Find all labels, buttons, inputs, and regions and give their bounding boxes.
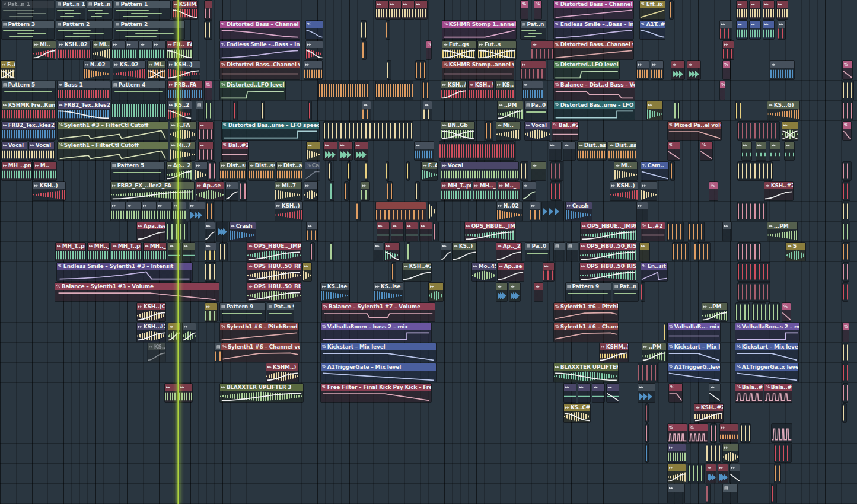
automation-clip[interactable]: %: [688, 423, 708, 443]
audio-clip[interactable]: ▸▸KSH..(C): [136, 302, 166, 322]
automation-clip[interactable]: %: [842, 323, 849, 342]
audio-clip[interactable]: ▸▸: [729, 464, 740, 483]
clip-fragment[interactable]: [641, 282, 645, 302]
audio-clip[interactable]: ▸▸M.._: [498, 181, 520, 201]
pattern-clip[interactable]: ▤Pattern 5: [1, 81, 56, 100]
audio-clip[interactable]: ▸▸F..A: [421, 161, 438, 181]
automation-clip[interactable]: %Cam..: [641, 161, 669, 181]
clip-fragment[interactable]: [209, 161, 216, 181]
audio-clip[interactable]: ▸▸MH.._: [143, 242, 167, 261]
clip-fragment[interactable]: [204, 20, 212, 40]
audio-clip[interactable]: ▸▸Mi..: [614, 161, 638, 181]
clip-fragment[interactable]: [520, 161, 528, 181]
clip-fragment[interactable]: [205, 101, 212, 120]
audio-clip[interactable]: ▸▸F..FA: [170, 121, 197, 141]
audio-clip[interactable]: ▸▸: [530, 202, 540, 221]
pattern-clip[interactable]: ▤Pattern 9: [219, 302, 266, 322]
audio-clip[interactable]: ▸▸: [522, 81, 543, 100]
clip-fragment[interactable]: [752, 302, 766, 322]
audio-clip[interactable]: ▸▸: [770, 60, 795, 80]
audio-clip[interactable]: ▸▸: [415, 0, 428, 20]
clip-fragment[interactable]: [737, 242, 761, 261]
audio-clip[interactable]: ▸▸FRB2_FX_..ller2_FA: [110, 181, 195, 201]
clip-fragment[interactable]: [688, 464, 705, 483]
audio-clip[interactable]: ▸▸Mi..7: [275, 181, 302, 201]
audio-clip[interactable]: ▸▸: [189, 202, 205, 221]
audio-clip[interactable]: ▸▸: [110, 202, 126, 221]
clip-fragment[interactable]: [219, 242, 228, 261]
audio-clip[interactable]: ▸▸MH_..pm_: [1, 161, 32, 181]
audio-clip[interactable]: ▸▸Bass 1: [57, 81, 110, 100]
audio-clip[interactable]: ▸▸Vocal: [28, 141, 55, 161]
automation-clip[interactable]: %: [667, 141, 680, 161]
pattern-clip[interactable]: ▤Pattern 2: [56, 20, 113, 40]
automation-clip[interactable]: %: [722, 60, 731, 80]
clip-fragment[interactable]: [842, 161, 852, 181]
automation-clip[interactable]: %A1TriggerGa..x level #2: [735, 363, 799, 382]
audio-clip[interactable]: ▸▸KSHM..) #2: [599, 343, 629, 362]
clip-fragment[interactable]: [768, 302, 780, 322]
audio-clip[interactable]: ▸▸: [164, 383, 177, 403]
audio-clip[interactable]: ▸▸: [687, 60, 701, 80]
audio-clip[interactable]: ▸▸: [225, 181, 238, 201]
clip-fragment[interactable]: [674, 101, 680, 120]
audio-clip[interactable]: ▸▸: [152, 40, 166, 60]
pattern-clip[interactable]: ▤Pat..n 7: [520, 20, 546, 40]
audio-clip[interactable]: ▸▸Vocal: [524, 121, 550, 141]
audio-clip[interactable]: ▸▸Apa..ise: [136, 222, 166, 241]
audio-clip[interactable]: ▸▸: [354, 141, 368, 161]
automation-clip[interactable]: %Ca..: [305, 161, 320, 181]
audio-clip[interactable]: ▸▸: [563, 141, 576, 161]
clip-fragment[interactable]: [330, 181, 334, 201]
audio-clip[interactable]: ▸▸: [722, 222, 732, 241]
automation-clip[interactable]: %Distorted Bass – Channel pitch: [219, 20, 300, 40]
audio-clip[interactable]: ▸▸: [749, 20, 761, 40]
clip-fragment[interactable]: [550, 161, 563, 181]
audio-clip[interactable]: ▸▸: [125, 40, 139, 60]
audio-clip[interactable]: ▸▸: [509, 282, 521, 302]
audio-clip[interactable]: ▸▸S: [786, 242, 806, 261]
clip-fragment[interactable]: [667, 222, 684, 241]
clip-fragment[interactable]: [308, 101, 312, 120]
automation-clip[interactable]: %Sylenth1 #6 – PitchBend: [553, 302, 619, 322]
clip-fragment[interactable]: [375, 202, 426, 221]
audio-clip[interactable]: ▸▸: [606, 383, 619, 403]
audio-clip[interactable]: ▸▸: [719, 20, 732, 40]
automation-clip[interactable]: %: [667, 423, 687, 443]
audio-clip[interactable]: ▸▸Mo..45: [471, 262, 496, 282]
automation-clip[interactable]: %En..sit: [641, 262, 668, 282]
audio-clip[interactable]: ▸▸: [749, 0, 761, 20]
clip-fragment[interactable]: [365, 161, 368, 181]
audio-clip[interactable]: ▸▸Mi..: [92, 40, 111, 60]
automation-clip[interactable]: %Mixed Pa..el volume: [667, 121, 722, 141]
clip-fragment[interactable]: [842, 242, 850, 261]
audio-clip[interactable]: ▸▸KSH..): [167, 60, 200, 80]
audio-clip[interactable]: ▸▸: [531, 161, 546, 181]
audio-clip[interactable]: ▸▸: [402, 0, 415, 20]
audio-clip[interactable]: ▸▸Dist..ss: [608, 141, 636, 161]
automation-clip[interactable]: %Kickstart – Mix level: [667, 343, 721, 362]
automation-clip[interactable]: %Endless Smile – Sylenth1 #3 – Intensit: [56, 262, 193, 282]
clip-fragment[interactable]: [310, 242, 315, 261]
audio-clip[interactable]: ▸▸Dist..ss: [219, 161, 247, 181]
audio-clip[interactable]: ▸▸KS..): [452, 242, 477, 261]
clip-fragment[interactable]: [422, 81, 429, 100]
audio-clip[interactable]: ▸▸KSH..#2: [402, 262, 432, 282]
audio-clip[interactable]: ▸▸: [534, 282, 543, 302]
audio-clip[interactable]: ▸▸..PM: [642, 343, 667, 362]
audio-clip[interactable]: ▸▸Mi..: [33, 40, 56, 60]
audio-clip[interactable]: ▸▸MH.._: [87, 242, 110, 261]
clip-fragment[interactable]: [645, 444, 649, 463]
automation-clip[interactable]: %Kickstart – Mix level: [320, 343, 437, 362]
audio-clip[interactable]: ▸▸: [304, 60, 323, 80]
clip-fragment[interactable]: [737, 282, 770, 302]
audio-clip[interactable]: ▸▸BLAXXTER UPLIFTER 3: [553, 363, 619, 382]
audio-clip[interactable]: ▸▸: [763, 20, 775, 40]
audio-clip[interactable]: ▸▸: [377, 222, 390, 241]
audio-clip[interactable]: ▸▸: [179, 383, 193, 403]
clip-fragment[interactable]: [375, 81, 413, 100]
automation-clip[interactable]: %Bal..#2: [552, 121, 579, 141]
clip-fragment[interactable]: [204, 0, 212, 20]
audio-clip[interactable]: ▸▸: [722, 444, 739, 463]
audio-clip[interactable]: ▸▸: [778, 20, 786, 40]
